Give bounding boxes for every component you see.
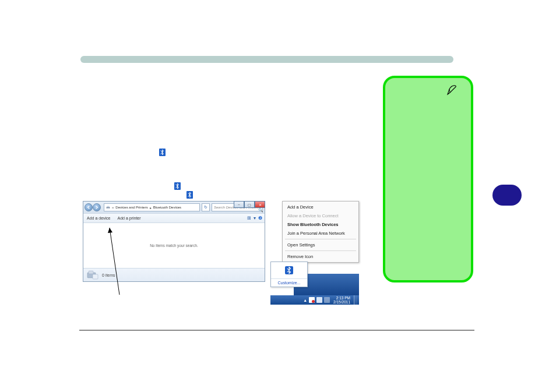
menu-separator xyxy=(285,250,356,251)
breadcrumb-seg[interactable]: Devices and Printers xyxy=(115,206,147,209)
forward-button[interactable] xyxy=(93,203,101,211)
bluetooth-icon xyxy=(174,182,181,190)
notification-area-popup: Customize... xyxy=(270,262,308,287)
svg-rect-4 xyxy=(107,206,110,207)
svg-rect-5 xyxy=(107,208,110,209)
devices-folder-icon xyxy=(87,270,98,280)
menu-join-pan[interactable]: Join a Personal Area Network xyxy=(283,229,358,238)
close-button[interactable]: ✕ xyxy=(255,201,265,208)
tray-icons-area xyxy=(271,262,307,278)
window-controls: – ▢ ✕ xyxy=(234,201,265,208)
footer-rule xyxy=(79,330,474,331)
bluetooth-tray-icon[interactable] xyxy=(285,266,293,274)
taskbar: ▲ 2:13 PM 2/15/2011 xyxy=(270,295,359,305)
bluetooth-icon xyxy=(159,149,166,156)
explorer-toolbar: Add a device Add a printer ⊞ ▾ ❷ xyxy=(83,213,265,223)
note-callout-box xyxy=(383,76,473,282)
nav-buttons xyxy=(83,203,102,211)
section-header-bar xyxy=(80,56,453,63)
menu-remove-icon[interactable]: Remove Icon xyxy=(283,252,358,261)
status-item-count: 0 items xyxy=(102,273,115,277)
explorer-window: « Devices and Printers ▸ Bluetooth Devic… xyxy=(83,201,265,282)
clock-date: 2/15/2011 xyxy=(333,300,350,304)
chevron-right-icon: ▸ xyxy=(150,206,152,210)
back-button[interactable] xyxy=(85,203,93,211)
tray-screenshot: Add a Device Allow a Device to Connect S… xyxy=(270,201,359,305)
search-icon: 🔍 xyxy=(258,208,263,213)
help-icon[interactable]: ❷ xyxy=(258,216,262,221)
volume-icon[interactable] xyxy=(324,297,330,303)
show-desktop-button[interactable] xyxy=(354,295,357,305)
customize-label: Customize... xyxy=(278,281,301,285)
explorer-titlebar: « Devices and Printers ▸ Bluetooth Devic… xyxy=(83,202,265,213)
breadcrumb[interactable]: « Devices and Printers ▸ Bluetooth Devic… xyxy=(104,203,200,211)
network-icon[interactable] xyxy=(316,297,322,303)
empty-message: No items match your search. xyxy=(150,243,198,248)
menu-add-device[interactable]: Add a Device xyxy=(283,203,358,211)
svg-rect-7 xyxy=(89,271,93,274)
breadcrumb-seg[interactable]: Bluetooth Devices xyxy=(153,206,181,209)
bluetooth-icon xyxy=(186,191,193,199)
pen-icon xyxy=(446,84,458,98)
customize-link[interactable]: Customize... xyxy=(271,278,307,287)
svg-rect-8 xyxy=(93,274,98,279)
add-device-button[interactable]: Add a device xyxy=(87,216,110,220)
clock-time: 2:13 PM xyxy=(333,296,350,300)
explorer-body: No items match your search. xyxy=(83,223,265,268)
menu-allow-connect: Allow a Device to Connect xyxy=(283,211,358,220)
view-icon[interactable]: ⊞ xyxy=(247,216,251,221)
refresh-button[interactable]: ↻ xyxy=(202,203,210,211)
add-printer-button[interactable]: Add a printer xyxy=(117,216,140,220)
action-center-icon[interactable] xyxy=(309,297,315,303)
chapter-tab xyxy=(492,185,522,206)
printer-icon xyxy=(106,206,110,210)
bluetooth-context-menu: Add a Device Allow a Device to Connect S… xyxy=(282,201,359,263)
maximize-button[interactable]: ▢ xyxy=(244,201,255,208)
minimize-button[interactable]: – xyxy=(234,201,244,208)
chevron-down-icon[interactable]: ▾ xyxy=(254,216,256,221)
menu-separator xyxy=(285,239,356,239)
chevron-right-icon: « xyxy=(112,206,114,209)
explorer-statusbar: 0 items xyxy=(83,268,265,281)
tray-chevron-icon[interactable]: ▲ xyxy=(303,298,307,302)
taskbar-clock[interactable]: 2:13 PM 2/15/2011 xyxy=(332,296,352,304)
menu-show-devices[interactable]: Show Bluetooth Devices xyxy=(283,220,358,229)
menu-open-settings[interactable]: Open Settings xyxy=(283,241,358,249)
